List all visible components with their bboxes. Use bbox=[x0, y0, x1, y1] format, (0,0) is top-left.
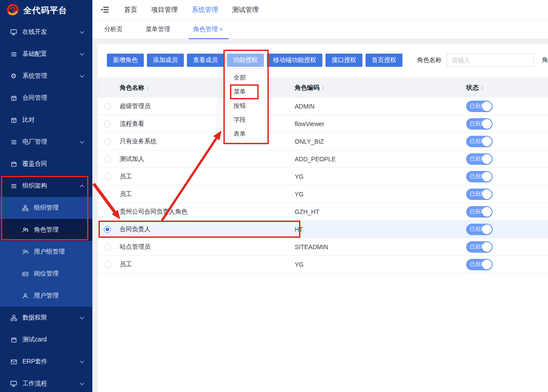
mobile-function-auth-button[interactable]: 移动端功能授权 bbox=[267, 54, 322, 67]
status-toggle[interactable]: 已启用 bbox=[466, 171, 493, 182]
table-row[interactable]: 员工 YG 已启用 bbox=[98, 185, 548, 203]
orgchart-icon bbox=[21, 205, 29, 211]
add-role-button[interactable]: 新增角色 bbox=[107, 54, 144, 67]
role-code-cell: flowViewer bbox=[295, 120, 466, 127]
row-radio-checked[interactable] bbox=[104, 226, 111, 233]
sidebar-item-usergroup-mgmt[interactable]: 用户组管理 bbox=[0, 241, 92, 263]
table-row[interactable]: 只有业务系统 ONLY_BIZ 已启用 bbox=[98, 133, 548, 150]
table-row-selected[interactable]: 合同负责人 HT 已启用 bbox=[98, 221, 548, 238]
row-radio[interactable] bbox=[104, 138, 111, 145]
table-row[interactable]: 员工 YG 已启用 bbox=[98, 256, 548, 273]
org-structure-submenu: 组织管理 角色管理 用户组管理 岗位管理 用户管理 bbox=[0, 197, 92, 307]
status-toggle[interactable]: 已启用 bbox=[466, 118, 493, 130]
dropdown-item-button[interactable]: 按钮 bbox=[225, 99, 268, 113]
tab-bar: 分析页 菜单管理 角色管理 × bbox=[92, 20, 548, 39]
sidebar-item-workflow[interactable]: 工作流程 bbox=[0, 373, 92, 392]
sort-icon[interactable]: ▲▼ bbox=[481, 85, 484, 91]
topnav-item-home[interactable]: 首页 bbox=[117, 6, 144, 14]
brand-logo-icon bbox=[6, 3, 19, 18]
calendar-icon bbox=[10, 95, 18, 102]
role-name-cell: 站点管理员 bbox=[120, 243, 295, 251]
header-role-name[interactable]: 角色名称 ▲▼ bbox=[120, 84, 295, 92]
sidebar-item-compare[interactable]: 比对 bbox=[0, 109, 92, 131]
orgchart-icon bbox=[10, 315, 18, 321]
sidebar-item-cover-contract[interactable]: 覆盖合同 bbox=[0, 153, 92, 175]
status-toggle[interactable]: 已启用 bbox=[466, 101, 493, 112]
menu-fold-icon[interactable] bbox=[100, 5, 111, 14]
sidebar-item-test-card[interactable]: 测试card bbox=[0, 329, 92, 351]
row-radio[interactable] bbox=[104, 208, 111, 215]
dropdown-item-menu[interactable]: 菜单 bbox=[225, 85, 268, 99]
row-radio[interactable] bbox=[104, 103, 111, 110]
tab-menu-mgmt[interactable]: 菜单管理 bbox=[146, 20, 170, 39]
menu-lines-icon bbox=[10, 139, 18, 145]
status-toggle[interactable]: 已启用 bbox=[466, 189, 493, 200]
header-status[interactable]: 状态 ▲▼ bbox=[466, 84, 548, 92]
sidebar-item-online-dev[interactable]: 在线开发 bbox=[0, 21, 92, 43]
row-radio[interactable] bbox=[104, 243, 111, 250]
status-toggle[interactable]: 已启用 bbox=[466, 153, 493, 165]
role-name-cell: 超级管理员 bbox=[120, 102, 295, 110]
sidebar-item-post-mgmt[interactable]: 岗位管理 bbox=[0, 263, 92, 285]
role-code-cell: SITEADMIN bbox=[295, 243, 466, 250]
dropdown-item-field[interactable]: 字段 bbox=[225, 113, 268, 127]
chevron-up-icon bbox=[80, 185, 84, 189]
sidebar-item-data-permission[interactable]: 数据权限 bbox=[0, 307, 92, 329]
dropdown-item-all[interactable]: 全部 bbox=[225, 71, 268, 85]
sort-icon[interactable]: ▲▼ bbox=[146, 85, 150, 91]
tab-role-mgmt[interactable]: 角色管理 × bbox=[193, 20, 223, 39]
row-radio[interactable] bbox=[104, 156, 111, 163]
row-radio[interactable] bbox=[104, 120, 111, 127]
sort-icon[interactable]: ▲▼ bbox=[321, 85, 325, 91]
view-member-button[interactable]: 查看成员 bbox=[187, 54, 224, 67]
topnav-item-test[interactable]: 测试管理 bbox=[225, 6, 266, 14]
status-toggle[interactable]: 已启用 bbox=[466, 206, 493, 218]
header-role-code[interactable]: 角色编码 ▲▼ bbox=[295, 84, 466, 92]
status-toggle[interactable]: 已启用 bbox=[466, 136, 493, 147]
sidebar-item-org-structure[interactable]: 组织架构 bbox=[0, 175, 92, 197]
sidebar-item-user-mgmt[interactable]: 用户管理 bbox=[0, 285, 92, 307]
sidebar-item-erp-suite[interactable]: ERP套件 bbox=[0, 351, 92, 373]
content-card: 新增角色 添加成员 查看成员 功能授权 移动端功能授权 接口授权 首页授权 角色… bbox=[98, 44, 548, 392]
table-row[interactable]: 测试加人 ADD_PEOPLE 已启用 bbox=[98, 150, 548, 168]
sidebar-item-role-mgmt[interactable]: 角色管理 bbox=[0, 219, 92, 241]
row-radio[interactable] bbox=[104, 191, 111, 198]
chevron-down-icon bbox=[80, 315, 84, 319]
table-row[interactable]: 站点管理员 SITEADMIN 已启用 bbox=[98, 238, 548, 256]
table-row[interactable]: 超级管理员 ADMIN 已启用 bbox=[98, 98, 548, 115]
calendar-icon bbox=[10, 161, 18, 167]
role-name-filter: 角色名称 角 bbox=[417, 54, 548, 67]
sidebar-item-power-plant[interactable]: 电厂管理 bbox=[0, 131, 92, 153]
table-row[interactable]: 贵州公司合同负责人角色 GZH_HT 已启用 bbox=[98, 203, 548, 221]
home-auth-button[interactable]: 首页授权 bbox=[365, 54, 402, 67]
function-auth-button[interactable]: 功能授权 bbox=[227, 54, 264, 67]
role-code-cell: HT bbox=[295, 226, 466, 233]
tab-analysis[interactable]: 分析页 bbox=[104, 20, 123, 39]
menu-lines-icon bbox=[10, 183, 18, 189]
add-member-button[interactable]: 添加成员 bbox=[147, 54, 184, 67]
sidebar-item-base-config[interactable]: 基础配置 bbox=[0, 43, 92, 65]
tab-close-icon[interactable]: × bbox=[219, 26, 223, 33]
page-background: 新增角色 添加成员 查看成员 功能授权 移动端功能授权 接口授权 首页授权 角色… bbox=[92, 39, 548, 392]
sidebar-item-system-mgmt[interactable]: ⚙ 系统管理 bbox=[0, 65, 92, 87]
topnav-item-system[interactable]: 系统管理 bbox=[185, 6, 225, 14]
row-radio[interactable] bbox=[104, 173, 111, 180]
api-auth-button[interactable]: 接口授权 bbox=[325, 54, 362, 67]
sidebar-item-contract-mgmt[interactable]: 合同管理 bbox=[0, 87, 92, 109]
dropdown-item-form[interactable]: 表单 bbox=[225, 127, 268, 141]
status-toggle[interactable]: 已启用 bbox=[466, 259, 493, 270]
role-name-cell: 员工 bbox=[120, 173, 295, 181]
role-code-cell: YG bbox=[295, 191, 466, 198]
status-toggle[interactable]: 已启用 bbox=[466, 224, 493, 235]
status-toggle[interactable]: 已启用 bbox=[466, 241, 493, 253]
role-management-page: { "app": { "name": "全代码平台" }, "topnav": … bbox=[0, 0, 548, 392]
logo: 全代码平台 bbox=[0, 0, 92, 21]
row-radio[interactable] bbox=[104, 261, 111, 268]
sidebar-item-org-mgmt[interactable]: 组织管理 bbox=[0, 197, 92, 219]
next-filter-label-partial: 角 bbox=[542, 56, 548, 64]
topnav-item-project[interactable]: 项目管理 bbox=[144, 6, 185, 14]
function-auth-dropdown: 全部 菜单 按钮 字段 表单 bbox=[225, 69, 268, 143]
role-name-input[interactable] bbox=[447, 54, 534, 67]
table-row[interactable]: 流程查看 flowViewer 已启用 bbox=[98, 115, 548, 133]
table-row[interactable]: 员工 YG 已启用 bbox=[98, 168, 548, 185]
